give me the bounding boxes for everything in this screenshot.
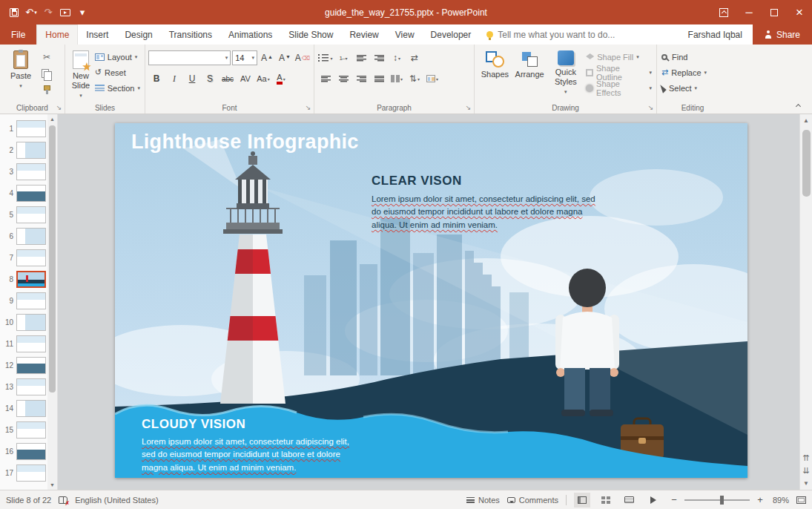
save-button[interactable] <box>6 4 22 22</box>
collapse-ribbon-button[interactable] <box>793 101 803 110</box>
italic-button[interactable]: I <box>166 71 182 86</box>
slide-thumbnail[interactable]: 11 <box>0 334 47 354</box>
reset-button[interactable]: Reset <box>93 65 142 79</box>
paragraph-dialog-launcher[interactable] <box>464 104 472 112</box>
slide-thumbnail[interactable]: 12 <box>0 355 47 375</box>
paste-button[interactable]: Paste <box>3 47 39 102</box>
scrollbar-thumb[interactable] <box>49 125 56 393</box>
quick-styles-button[interactable]: Quick Styles <box>547 47 585 102</box>
zoom-out-button[interactable]: − <box>669 494 679 505</box>
shape-outline-button[interactable]: Shape Outline <box>584 65 653 79</box>
format-painter-button[interactable] <box>39 82 55 97</box>
cloudy-vision-heading[interactable]: CLOUDY VISION <box>142 417 245 432</box>
thumbnail-scrollbar[interactable] <box>47 114 57 490</box>
spellcheck-status-button[interactable] <box>59 496 67 504</box>
font-color-button[interactable]: A <box>273 71 289 86</box>
scroll-down-button[interactable] <box>47 480 57 490</box>
redo-button[interactable] <box>40 4 56 22</box>
decrease-indent-button[interactable] <box>353 50 369 65</box>
change-case-button[interactable]: Aa <box>255 71 271 86</box>
shape-effects-button[interactable]: Shape Effects <box>584 81 653 95</box>
scroll-up-button[interactable] <box>47 114 57 124</box>
text-shadow-button[interactable]: S <box>202 71 218 86</box>
slide-thumbnail[interactable]: 13 <box>0 377 47 397</box>
slide-thumbnail[interactable]: 4 <box>0 183 47 203</box>
slide-thumbnail[interactable]: 14 <box>0 398 47 418</box>
line-spacing-button[interactable] <box>389 50 405 65</box>
slide-thumbnail-selected[interactable]: 8 <box>0 269 47 289</box>
slide-thumbnail[interactable]: 5 <box>0 205 47 225</box>
select-button[interactable]: Select <box>660 81 725 95</box>
clipboard-dialog-launcher[interactable] <box>55 104 63 112</box>
slide-thumbnail[interactable]: 16 <box>0 441 47 462</box>
tab-developer[interactable]: Developer <box>423 24 480 45</box>
cloudy-vision-body[interactable]: Lorem ipsum dolor sit amet, consectetur … <box>142 436 364 474</box>
slide-thumbnail[interactable]: 1 <box>0 119 47 139</box>
find-button[interactable]: Find <box>660 50 725 64</box>
decrease-font-size-button[interactable]: A▼ <box>277 50 293 65</box>
align-text-button[interactable] <box>406 71 423 86</box>
account-name[interactable]: Farshad Iqbal <box>678 24 753 45</box>
slide-thumbnail[interactable]: 9 <box>0 291 47 311</box>
zoom-slider[interactable] <box>684 499 750 501</box>
zoom-in-button[interactable]: + <box>755 494 765 505</box>
tab-home[interactable]: Home <box>36 24 78 45</box>
font-dialog-launcher[interactable] <box>304 104 312 112</box>
slide-sorter-view-button[interactable] <box>598 493 614 508</box>
zoom-slider-thumb[interactable] <box>720 496 724 505</box>
strikethrough-button[interactable]: abc <box>219 71 236 86</box>
numbering-button[interactable]: 1– <box>335 50 351 65</box>
bold-button[interactable]: B <box>148 71 165 86</box>
comments-toggle-button[interactable]: Comments <box>507 496 558 505</box>
slide-thumbnail[interactable]: 10 <box>0 312 47 332</box>
normal-view-button[interactable] <box>574 493 590 508</box>
tab-design[interactable]: Design <box>116 24 160 45</box>
tab-insert[interactable]: Insert <box>78 24 116 45</box>
ribbon-display-options-button[interactable] <box>711 0 736 24</box>
underline-button[interactable]: U <box>184 71 200 86</box>
close-button[interactable] <box>787 0 812 24</box>
tell-me-box[interactable]: Tell me what you want to do... <box>479 24 622 45</box>
shapes-button[interactable]: Shapes <box>478 47 512 102</box>
tab-review[interactable]: Review <box>341 24 386 45</box>
undo-button[interactable] <box>23 4 39 22</box>
arrange-button[interactable]: Arrange <box>512 47 547 102</box>
scroll-up-button[interactable] <box>800 114 812 127</box>
slide-indicator[interactable]: Slide 8 of 22 <box>6 496 51 505</box>
align-center-button[interactable] <box>335 71 351 86</box>
customize-qat-button[interactable] <box>74 4 90 22</box>
justify-button[interactable] <box>371 71 387 86</box>
convert-to-smartart-button[interactable] <box>424 71 440 86</box>
shape-fill-button[interactable]: Shape Fill <box>584 50 653 64</box>
share-button[interactable]: Share <box>753 24 812 45</box>
replace-button[interactable]: Replace <box>660 65 725 79</box>
font-name-combo[interactable] <box>148 50 231 65</box>
slide-thumbnail[interactable]: 2 <box>0 140 47 160</box>
slide-thumbnail[interactable]: 7 <box>0 248 47 268</box>
tab-file[interactable]: File <box>0 24 36 45</box>
maximize-button[interactable] <box>762 0 787 24</box>
minimize-button[interactable] <box>736 0 762 24</box>
character-spacing-button[interactable]: AV <box>237 71 254 86</box>
clear-formatting-button[interactable]: A⌫ <box>294 50 311 65</box>
tab-slide-show[interactable]: Slide Show <box>280 24 341 45</box>
notes-toggle-button[interactable]: Notes <box>466 496 500 505</box>
slide-thumbnail[interactable]: 17 <box>0 463 47 483</box>
reading-view-button[interactable] <box>621 493 638 508</box>
clear-vision-heading[interactable]: CLEAR VISON <box>372 174 462 188</box>
text-direction-button[interactable] <box>406 50 423 65</box>
bullets-button[interactable] <box>317 50 334 65</box>
align-left-button[interactable] <box>317 71 334 86</box>
scrollbar-thumb[interactable] <box>802 130 811 197</box>
slide-thumbnail[interactable]: 6 <box>0 226 47 246</box>
fit-to-window-button[interactable] <box>796 496 806 504</box>
slide-title-textbox[interactable]: Lighthouse Infographic <box>131 131 359 154</box>
language-status-button[interactable]: English (United States) <box>75 496 159 505</box>
clear-vision-body[interactable]: Lorem ipsum dolor sit amet, consectetur … <box>372 193 598 231</box>
copy-button[interactable] <box>39 66 55 81</box>
slide-canvas[interactable]: Lighthouse Infographic CLEAR VISON Lorem… <box>115 123 747 478</box>
start-from-beginning-button[interactable] <box>57 4 73 22</box>
next-slide-button[interactable] <box>800 464 812 477</box>
drawing-dialog-launcher[interactable] <box>647 104 655 112</box>
increase-font-size-button[interactable]: A▲ <box>259 50 275 65</box>
